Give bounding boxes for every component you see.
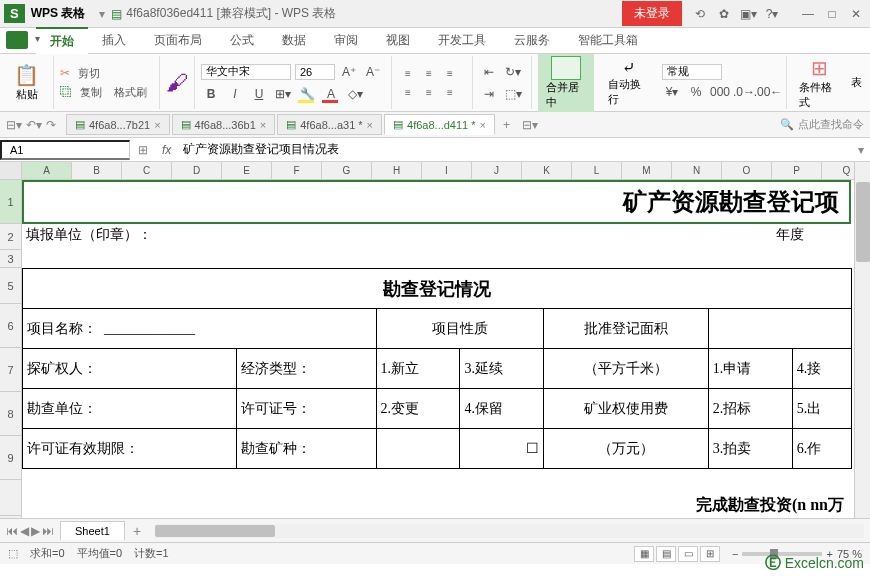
cell-survey-mineral[interactable]: 勘查矿种： bbox=[236, 429, 376, 469]
col-header[interactable]: Q bbox=[822, 162, 854, 179]
doc-tab-3[interactable]: ▤4f6a8...a31 *× bbox=[277, 114, 382, 135]
tab-review[interactable]: 审阅 bbox=[320, 28, 372, 53]
cell-opt-bid[interactable]: 2.招标 bbox=[708, 389, 792, 429]
cell-opt-auction[interactable]: 3.拍卖 bbox=[708, 429, 792, 469]
close-icon[interactable]: × bbox=[367, 119, 373, 131]
font-color-button[interactable]: A bbox=[321, 84, 341, 104]
zoom-out-button[interactable]: − bbox=[732, 548, 738, 560]
row-header-2[interactable]: 2 bbox=[0, 224, 21, 250]
close-icon[interactable]: × bbox=[260, 119, 266, 131]
bold-button[interactable]: B bbox=[201, 84, 221, 104]
col-header[interactable]: E bbox=[222, 162, 272, 179]
tab-developer[interactable]: 开发工具 bbox=[424, 28, 500, 53]
document-content[interactable]: 矿产资源勘查登记项 填报单位（印章）： 年度 勘查登记情况 项目名称： ____… bbox=[22, 180, 854, 518]
sheet-nav-first[interactable]: ⏮ bbox=[6, 524, 18, 538]
col-header[interactable]: J bbox=[472, 162, 522, 179]
align-mid-center[interactable]: ≡ bbox=[419, 83, 439, 101]
align-top-center[interactable]: ≡ bbox=[419, 64, 439, 82]
row-header-5[interactable]: 5 bbox=[0, 268, 21, 304]
clear-format-button[interactable]: ◇▾ bbox=[345, 84, 365, 104]
col-header[interactable]: L bbox=[572, 162, 622, 179]
tab-insert[interactable]: 插入 bbox=[88, 28, 140, 53]
search-input[interactable]: 点此查找命令 bbox=[798, 117, 864, 132]
tab-home[interactable]: 开始 bbox=[36, 27, 88, 54]
cell-empty[interactable] bbox=[376, 429, 460, 469]
border-button[interactable]: ⊞▾ bbox=[273, 84, 293, 104]
align-top-left[interactable]: ≡ bbox=[398, 64, 418, 82]
view-normal-button[interactable]: ▦ bbox=[634, 546, 654, 562]
col-header[interactable]: A bbox=[22, 162, 72, 179]
merge-center-button[interactable]: 合并居中 bbox=[538, 54, 594, 112]
view-break-button[interactable]: ▭ bbox=[678, 546, 698, 562]
cell-checkbox[interactable]: ☐ bbox=[460, 429, 544, 469]
login-button[interactable]: 未登录 bbox=[622, 1, 682, 26]
formula-input[interactable]: 矿产资源勘查登记项目情况表 bbox=[177, 139, 852, 160]
format-painter-button[interactable]: 格式刷 bbox=[110, 84, 151, 101]
tab-cloud[interactable]: 云服务 bbox=[500, 28, 564, 53]
doc-tab-4[interactable]: ▤4f6a8...d411 *× bbox=[384, 114, 495, 135]
vscroll-thumb[interactable] bbox=[856, 182, 870, 262]
add-sheet-button[interactable]: + bbox=[125, 521, 149, 541]
view-page-button[interactable]: ▤ bbox=[656, 546, 676, 562]
nav-undo-icon[interactable]: ↶▾ bbox=[26, 118, 42, 132]
row-header-9[interactable]: 9 bbox=[0, 436, 21, 480]
add-doc-tab-button[interactable]: + bbox=[497, 116, 516, 134]
vertical-scrollbar[interactable] bbox=[854, 162, 870, 518]
sheet-nav-prev[interactable]: ◀ bbox=[20, 524, 29, 538]
percent-button[interactable]: % bbox=[686, 82, 706, 102]
horizontal-scrollbar[interactable] bbox=[155, 524, 864, 538]
cell-opt-jie[interactable]: 4.接 bbox=[792, 349, 851, 389]
tab-smart-toolbox[interactable]: 智能工具箱 bbox=[564, 28, 652, 53]
hscroll-thumb[interactable] bbox=[155, 525, 275, 537]
paste-button[interactable]: 📋 粘贴 bbox=[8, 61, 45, 104]
cell-opt-zuo[interactable]: 6.作 bbox=[792, 429, 851, 469]
merge-button-small[interactable]: ⬚▾ bbox=[503, 84, 523, 104]
col-header[interactable]: G bbox=[322, 162, 372, 179]
form-title[interactable]: 矿产资源勘查登记项 bbox=[22, 180, 851, 224]
col-header[interactable]: C bbox=[122, 162, 172, 179]
tab-list-icon[interactable]: ⊟▾ bbox=[518, 118, 542, 132]
name-manager-icon[interactable]: ⊞ bbox=[138, 143, 148, 157]
font-family-select[interactable] bbox=[201, 64, 291, 80]
fill-color-button[interactable]: 🔧 bbox=[297, 84, 317, 104]
sheet-nav-last[interactable]: ⏭ bbox=[42, 524, 54, 538]
row-header-3[interactable]: 3 bbox=[0, 250, 21, 268]
sheet-tab-1[interactable]: Sheet1 bbox=[60, 521, 125, 540]
col-header[interactable]: F bbox=[272, 162, 322, 179]
settings-icon[interactable]: ✿ bbox=[714, 4, 734, 24]
nav-prev-icon[interactable]: ⊟▾ bbox=[6, 118, 22, 132]
row-header-10[interactable] bbox=[0, 480, 21, 516]
dropdown-icon[interactable]: ▾ bbox=[93, 7, 111, 21]
tab-data[interactable]: 数据 bbox=[268, 28, 320, 53]
cell-opt-change[interactable]: 2.变更 bbox=[376, 389, 460, 429]
conditional-format-button[interactable]: ⊞ 条件格式 bbox=[793, 54, 845, 112]
doc-tab-2[interactable]: ▤4f6a8...36b1× bbox=[172, 114, 276, 135]
cut-button[interactable]: 剪切 bbox=[74, 65, 104, 82]
increase-indent-button[interactable]: ⇥ bbox=[479, 84, 499, 104]
skin-icon[interactable]: ▣▾ bbox=[738, 4, 758, 24]
cell-license-no[interactable]: 许可证号： bbox=[236, 389, 376, 429]
increase-decimal-button[interactable]: .0→ bbox=[734, 82, 754, 102]
orientation-button[interactable]: ↻▾ bbox=[503, 62, 523, 82]
cell-opt-chu[interactable]: 5.出 bbox=[792, 389, 851, 429]
close-icon[interactable]: × bbox=[154, 119, 160, 131]
sheet-main[interactable]: A B C D E F G H I J K L M N O P Q 矿产资源勘查… bbox=[22, 162, 854, 518]
select-all-corner[interactable] bbox=[0, 162, 21, 180]
decrease-indent-button[interactable]: ⇤ bbox=[479, 62, 499, 82]
cell-econ-type[interactable]: 经济类型： bbox=[236, 349, 376, 389]
wps-menu-icon[interactable] bbox=[6, 31, 28, 49]
cell-license-period[interactable]: 许可证有效期限： bbox=[23, 429, 237, 469]
italic-button[interactable]: I bbox=[225, 84, 245, 104]
align-top-right[interactable]: ≡ bbox=[440, 64, 460, 82]
formula-bar-expand-icon[interactable]: ▾ bbox=[852, 143, 870, 157]
align-mid-right[interactable]: ≡ bbox=[440, 83, 460, 101]
cell-project-name[interactable]: 项目名称： _____________ bbox=[23, 309, 377, 349]
currency-button[interactable]: ¥▾ bbox=[662, 82, 682, 102]
decrease-font-button[interactable]: A⁻ bbox=[363, 62, 383, 82]
row-header-8[interactable]: 8 bbox=[0, 392, 21, 436]
col-header[interactable]: D bbox=[172, 162, 222, 179]
decrease-decimal-button[interactable]: .00← bbox=[758, 82, 778, 102]
col-header[interactable]: I bbox=[422, 162, 472, 179]
font-size-select[interactable] bbox=[295, 64, 335, 80]
underline-button[interactable]: U bbox=[249, 84, 269, 104]
